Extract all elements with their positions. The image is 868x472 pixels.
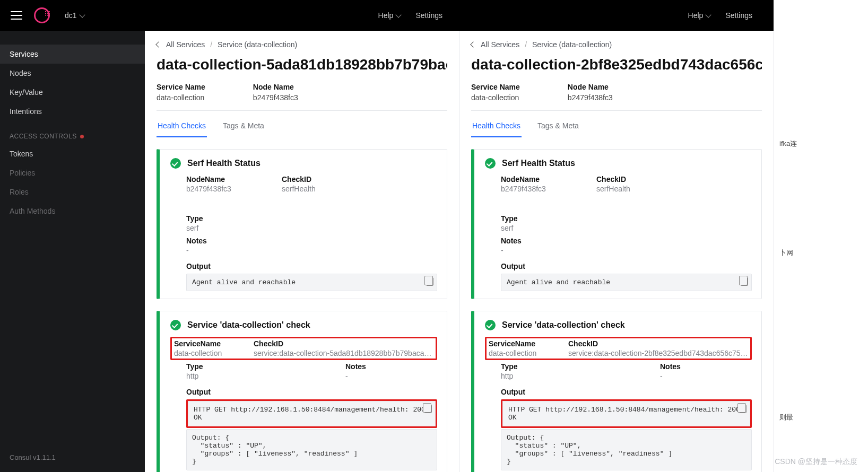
tab-health-checks[interactable]: Health Checks xyxy=(157,115,207,137)
kv-notes-label: Notes xyxy=(186,237,261,245)
sidebar: Services Nodes Key/Value Intentions ACCE… xyxy=(0,31,145,472)
kv-notes-value: - xyxy=(186,246,261,255)
service-name-value: data-collection xyxy=(157,93,205,102)
serf-output: Agent alive and reachable xyxy=(501,274,752,291)
help-link[interactable]: Help xyxy=(378,11,401,20)
serf-health-card: Serf Health Status NodeNameb2479f438fc3 … xyxy=(471,149,762,299)
sidebar-version: Consul v1.11.1 xyxy=(0,447,145,472)
datacenter-selector[interactable]: dc1 xyxy=(65,11,84,20)
kv-notes-label: Notes xyxy=(345,362,420,371)
svc-card-title: Service 'data-collection' check xyxy=(187,320,310,330)
output-label: Output xyxy=(501,262,752,270)
help-label: Help xyxy=(688,11,704,20)
kv-type-value: serf xyxy=(186,224,261,232)
breadcrumb-service[interactable]: Service (data-collection) xyxy=(218,40,297,49)
divider xyxy=(157,110,447,111)
divider xyxy=(471,110,762,111)
kv-notes-value: - xyxy=(501,246,575,255)
kv-type-value: serf xyxy=(501,224,575,232)
copy-icon[interactable] xyxy=(424,405,432,413)
chevron-down-icon xyxy=(396,12,402,18)
sidebar-item-services[interactable]: Services xyxy=(0,45,145,64)
sidebar-item-intentions[interactable]: Intentions xyxy=(0,102,145,121)
pane-right: All Services / Service (data-collection)… xyxy=(459,31,774,472)
highlight-service-checkid: ServiceNamedata-collection CheckIDservic… xyxy=(485,337,752,360)
menu-icon[interactable] xyxy=(11,11,22,20)
settings-link[interactable]: Settings xyxy=(415,11,442,20)
kv-notes-value: - xyxy=(345,372,420,380)
breadcrumb-all-services[interactable]: All Services xyxy=(481,40,519,49)
sidebar-item-policies[interactable]: Policies xyxy=(0,163,145,182)
svc-output-1: HTTP GET http://192.168.1.50:8484/manage… xyxy=(188,401,436,426)
svc-output-1-text: HTTP GET http://192.168.1.50:8484/manage… xyxy=(194,406,430,422)
copy-icon[interactable] xyxy=(426,277,433,286)
copy-icon[interactable] xyxy=(739,405,747,413)
sidebar-item-auth-methods[interactable]: Auth Methods xyxy=(0,202,145,221)
node-name-value: b2479f438fc3 xyxy=(253,93,298,102)
back-icon[interactable] xyxy=(155,41,161,47)
page-title: data-collection-2bf8e325edbd743dac656c75… xyxy=(471,56,762,73)
chevron-down-icon xyxy=(79,12,85,18)
tab-tags-meta[interactable]: Tags & Meta xyxy=(222,115,265,137)
kv-type-value: http xyxy=(186,372,261,380)
breadcrumb-sep: / xyxy=(210,40,212,49)
breadcrumb-all-services[interactable]: All Services xyxy=(166,40,205,49)
strip-text-b: 卜网 xyxy=(774,246,868,260)
tabs: Health Checks Tags & Meta xyxy=(157,115,447,137)
sidebar-item-keyvalue[interactable]: Key/Value xyxy=(0,83,145,102)
kv-nodename-value: b2479f438fc3 xyxy=(186,185,261,193)
service-check-card: Service 'data-collection' check ServiceN… xyxy=(471,311,762,472)
output-label: Output xyxy=(501,388,752,396)
breadcrumb: All Services / Service (data-collection) xyxy=(471,40,762,49)
kv-nodename-value: b2479f438fc3 xyxy=(501,185,575,193)
kv-checkid-label: CheckID xyxy=(568,339,749,348)
service-name-value: data-collection xyxy=(471,93,520,102)
svc-output-1: HTTP GET http://192.168.1.50:8484/manage… xyxy=(502,401,750,426)
right-strip: ifka连 卜网 则最 xyxy=(774,31,868,472)
kv-notes-label: Notes xyxy=(660,362,734,371)
copy-icon[interactable] xyxy=(741,277,748,286)
svc-output-2: Output: { "status" : "UP", "groups" : [ … xyxy=(501,429,752,470)
kv-type-value: http xyxy=(501,372,575,380)
serf-output: Agent alive and reachable xyxy=(186,274,437,291)
strip-text-c: 则最 xyxy=(774,410,868,424)
breadcrumb-service[interactable]: Service (data-collection) xyxy=(532,40,612,49)
sidebar-item-roles[interactable]: Roles xyxy=(0,182,145,202)
topbar: dc1 Help Settings Help Settings xyxy=(0,0,453,31)
kv-checkid-value: service:data-collection-2bf8e325edbd743d… xyxy=(568,349,749,357)
strip-text-a: ifka连 xyxy=(774,137,868,151)
highlight-output: HTTP GET http://192.168.1.50:8484/manage… xyxy=(186,399,437,428)
kv-notes-label: Notes xyxy=(501,237,575,245)
sidebar-item-nodes[interactable]: Nodes xyxy=(0,64,145,83)
kv-notes-value: - xyxy=(660,372,734,380)
sidebar-item-tokens[interactable]: Tokens xyxy=(0,144,145,163)
kv-checkid-label: CheckID xyxy=(596,175,671,183)
kv-servicename-label: ServiceName xyxy=(174,339,232,348)
consul-logo xyxy=(34,7,50,23)
kv-servicename-value: data-collection xyxy=(489,349,547,357)
check-ok-icon xyxy=(485,158,496,169)
sidebar-section-access-controls: ACCESS CONTROLS xyxy=(0,121,145,144)
tab-tags-meta[interactable]: Tags & Meta xyxy=(536,115,580,137)
back-icon[interactable] xyxy=(470,41,476,47)
tabs: Health Checks Tags & Meta xyxy=(471,115,762,137)
output-label: Output xyxy=(186,262,437,270)
tab-health-checks[interactable]: Health Checks xyxy=(471,115,522,137)
help-label: Help xyxy=(378,11,394,20)
help-link[interactable]: Help xyxy=(688,11,711,20)
kv-checkid-label: CheckID xyxy=(282,175,356,183)
svc-output-1-text: HTTP GET http://192.168.1.50:8484/manage… xyxy=(508,406,744,422)
settings-link[interactable]: Settings xyxy=(725,11,752,20)
service-name-label: Service Name xyxy=(157,83,205,91)
pane-left: All Services / Service (data-collection)… xyxy=(145,31,459,472)
chevron-down-icon xyxy=(706,12,711,18)
node-name-label: Node Name xyxy=(568,83,613,91)
output-label: Output xyxy=(186,388,437,396)
node-name-value: b2479f438fc3 xyxy=(568,93,613,102)
serf-output-text: Agent alive and reachable xyxy=(192,278,296,286)
serf-card-title: Serf Health Status xyxy=(502,159,575,168)
serf-card-title: Serf Health Status xyxy=(187,159,261,168)
section-label: ACCESS CONTROLS xyxy=(10,133,77,140)
breadcrumb: All Services / Service (data-collection) xyxy=(157,40,447,49)
warning-dot-icon xyxy=(80,135,84,138)
